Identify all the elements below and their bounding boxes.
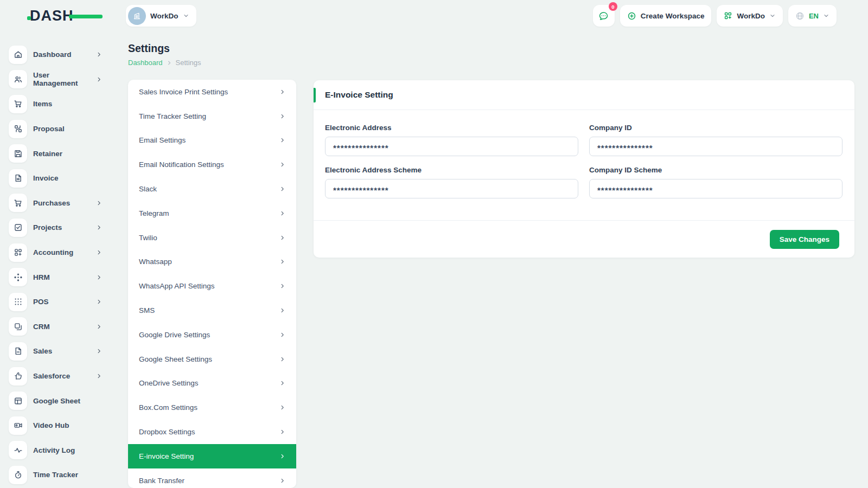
workdo-menu-label: WorkDo (737, 12, 765, 20)
settings-menu-item-whatsapp-api-settings[interactable]: WhatsApp API Settings (128, 274, 296, 298)
settings-menu-item-box-com-settings[interactable]: Box.Com Settings (128, 395, 296, 420)
cart-icon (14, 198, 23, 208)
chevron-right-icon (96, 52, 102, 57)
chevron-right-icon (96, 348, 102, 354)
brand-logo: DASH (30, 8, 117, 24)
settings-menu-item-time-tracker-setting[interactable]: Time Tracker Setting (128, 104, 296, 129)
sidebar-item-purchases[interactable]: Purchases (0, 191, 115, 216)
top-header: DASH WorkDo 0 Cre (0, 0, 868, 31)
save-changes-button[interactable]: Save Changes (770, 230, 839, 249)
sidebar-item-items[interactable]: Items (0, 92, 115, 117)
globe-icon (795, 11, 805, 21)
chevron-right-icon (279, 380, 285, 386)
sidebar-item-retainer[interactable]: Retainer (0, 141, 115, 166)
sidebar-item-hrm[interactable]: HRM (0, 265, 115, 290)
sidebar-item-label: Activity Log (33, 446, 75, 454)
grid-plus-icon (14, 248, 23, 257)
settings-menu-item-bank-transfer[interactable]: Bank Transfer (128, 468, 296, 488)
einvoice-card-footer: Save Changes (314, 220, 854, 258)
form-field-company-id: Company ID (589, 124, 843, 156)
breadcrumb-dashboard-link[interactable]: Dashboard (128, 59, 163, 67)
chevron-right-icon (96, 224, 102, 230)
messages-button[interactable]: 0 (593, 5, 615, 27)
settings-menu-item-google-sheet-settings[interactable]: Google Sheet Settings (128, 347, 296, 371)
settings-menu-item-label: WhatsApp API Settings (139, 282, 215, 290)
target-dots-icon (9, 268, 27, 286)
sidebar-item-proposal[interactable]: Proposal (0, 117, 115, 142)
sidebar-item-label: HRM (33, 273, 50, 281)
chevron-right-icon (279, 89, 285, 95)
users-icon (14, 75, 23, 84)
settings-menu-item-e-invoice-setting[interactable]: E-invoice Setting (128, 444, 296, 468)
electronic-address-scheme-input[interactable] (325, 179, 578, 198)
sidebar-item-activity-log[interactable]: Activity Log (0, 438, 115, 463)
einvoice-setting-card: E-Invoice Setting Electronic AddressComp… (314, 80, 854, 258)
file-text-icon (9, 169, 27, 188)
chevron-right-icon (279, 283, 285, 289)
chevron-right-icon (279, 356, 285, 362)
company-id-scheme-input[interactable] (589, 179, 843, 198)
settings-menu-item-slack[interactable]: Slack (128, 177, 296, 201)
settings-menu-item-label: Telegram (139, 209, 169, 217)
chevron-right-icon (279, 283, 285, 289)
settings-menu-item-twilio[interactable]: Twilio (128, 226, 296, 250)
sidebar-item-dashboard[interactable]: Dashboard (0, 42, 115, 67)
settings-menu-item-email-settings[interactable]: Email Settings (128, 129, 296, 153)
workspace-switcher[interactable]: WorkDo (126, 5, 196, 27)
field-label: Company ID (589, 124, 843, 132)
chevron-right-icon (96, 200, 102, 206)
settings-menu-card: Sales Invoice Print SettingsTime Tracker… (128, 80, 296, 488)
settings-menu-item-dropbox-settings[interactable]: Dropbox Settings (128, 420, 296, 444)
sidebar-item-invoice[interactable]: Invoice (0, 166, 115, 191)
workdo-menu-button[interactable]: WorkDo (717, 5, 783, 27)
electronic-address-input[interactable] (325, 137, 578, 156)
settings-menu-item-onedrive-settings[interactable]: OneDrive Settings (128, 371, 296, 396)
sidebar-item-salesforce[interactable]: Salesforce (0, 364, 115, 389)
field-label: Electronic Address (325, 124, 578, 132)
messages-count-badge: 0 (609, 2, 617, 11)
settings-menu-item-email-notification-settings[interactable]: Email Notification Settings (128, 152, 296, 177)
chevron-right-icon (279, 259, 285, 265)
company-id-input[interactable] (589, 137, 843, 156)
settings-menu-item-google-drive-settings[interactable]: Google Drive Settings (128, 323, 296, 347)
check-square-icon (14, 223, 23, 232)
chevron-right-icon (279, 307, 285, 313)
users-icon (9, 70, 27, 88)
settings-menu-item-telegram[interactable]: Telegram (128, 201, 296, 226)
settings-menu-item-sales-invoice-print-settings[interactable]: Sales Invoice Print Settings (128, 80, 296, 104)
settings-menu-item-whatsapp[interactable]: Whatsapp (128, 250, 296, 274)
sidebar-item-accounting[interactable]: Accounting (0, 240, 115, 265)
page-title: Settings (128, 42, 201, 55)
settings-menu-item-label: Email Settings (139, 136, 186, 144)
sidebar-item-sales[interactable]: Sales (0, 339, 115, 364)
file-icon (9, 342, 27, 361)
chevron-right-icon (279, 162, 285, 168)
overlap-squares-icon (14, 322, 23, 331)
sidebar-item-pos[interactable]: POS (0, 290, 115, 314)
language-selector[interactable]: EN (788, 5, 837, 27)
sidebar-item-projects[interactable]: Projects (0, 215, 115, 240)
einvoice-form: Electronic AddressCompany IDElectronic A… (314, 110, 854, 198)
video-icon (14, 421, 23, 430)
table-icon (9, 391, 27, 410)
chevron-right-icon (279, 210, 285, 216)
sidebar-item-google-sheet[interactable]: Google Sheet (0, 388, 115, 413)
dots-grid-icon (9, 293, 27, 311)
sidebar-item-video-hub[interactable]: Video Hub (0, 413, 115, 438)
home-icon (9, 46, 27, 64)
swap-boxes-icon (14, 124, 23, 133)
form-field-electronic-address-scheme: Electronic Address Scheme (325, 166, 578, 198)
chevron-right-icon (279, 113, 285, 119)
settings-menu-item-sms[interactable]: SMS (128, 298, 296, 323)
create-workspace-button[interactable]: Create Workspace (620, 5, 712, 27)
chevron-right-icon (279, 259, 285, 265)
sidebar-item-time-tracker[interactable]: Time Tracker (0, 463, 115, 487)
logo-dot (27, 16, 31, 20)
sidebar-item-user-management[interactable]: User Management (0, 67, 115, 92)
settings-menu-item-label: Box.Com Settings (139, 403, 197, 412)
chevron-right-icon (167, 60, 172, 66)
home-icon (14, 50, 23, 59)
settings-menu-item-label: Dropbox Settings (139, 428, 195, 436)
sidebar-item-crm[interactable]: CRM (0, 314, 115, 339)
sidebar-item-label: POS (33, 298, 49, 306)
